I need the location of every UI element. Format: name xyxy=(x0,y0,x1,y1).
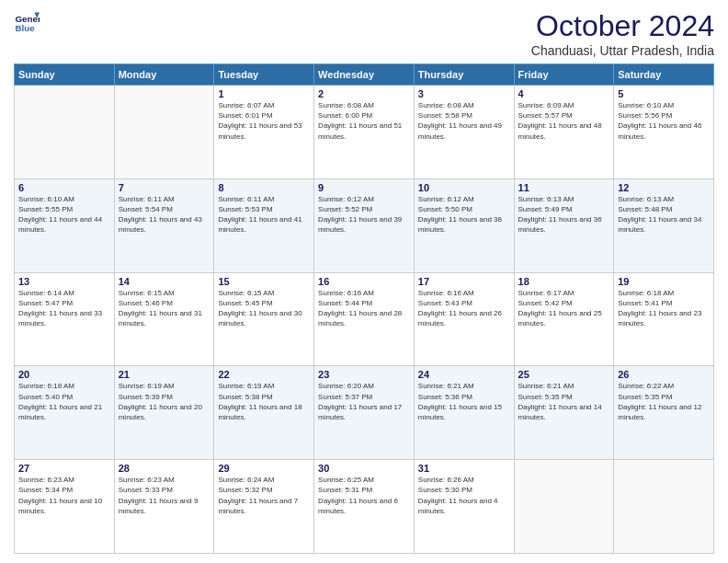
day-number: 19 xyxy=(618,276,710,287)
calendar-cell: 26Sunrise: 6:22 AM Sunset: 5:35 PM Dayli… xyxy=(614,366,714,460)
header: General Blue October 2024 Chanduasi, Utt… xyxy=(14,9,714,58)
day-number: 3 xyxy=(418,88,510,99)
day-info: Sunrise: 6:12 AM Sunset: 5:50 PM Dayligh… xyxy=(418,194,510,236)
logo-icon: General Blue xyxy=(14,9,40,35)
day-info: Sunrise: 6:25 AM Sunset: 5:31 PM Dayligh… xyxy=(318,475,410,516)
calendar-cell: 16Sunrise: 6:16 AM Sunset: 5:44 PM Dayli… xyxy=(314,272,415,366)
day-info: Sunrise: 6:20 AM Sunset: 5:37 PM Dayligh… xyxy=(318,381,410,422)
calendar-cell xyxy=(614,460,714,554)
calendar-cell: 4Sunrise: 6:09 AM Sunset: 5:57 PM Daylig… xyxy=(514,86,614,179)
day-number: 1 xyxy=(218,88,310,99)
day-info: Sunrise: 6:15 AM Sunset: 5:45 PM Dayligh… xyxy=(218,288,310,329)
day-number: 4 xyxy=(518,88,610,99)
day-info: Sunrise: 6:19 AM Sunset: 5:38 PM Dayligh… xyxy=(218,381,310,422)
day-info: Sunrise: 6:19 AM Sunset: 5:39 PM Dayligh… xyxy=(119,381,210,422)
calendar-cell xyxy=(514,460,614,554)
calendar-cell: 21Sunrise: 6:19 AM Sunset: 5:39 PM Dayli… xyxy=(114,366,214,460)
calendar-week-4: 20Sunrise: 6:18 AM Sunset: 5:40 PM Dayli… xyxy=(15,366,714,460)
calendar-header-sunday: Sunday xyxy=(15,64,115,86)
calendar-cell: 8Sunrise: 6:11 AM Sunset: 5:53 PM Daylig… xyxy=(214,178,314,272)
day-number: 6 xyxy=(18,182,110,193)
location-subtitle: Chanduasi, Uttar Pradesh, India xyxy=(531,43,714,58)
day-info: Sunrise: 6:16 AM Sunset: 5:43 PM Dayligh… xyxy=(418,288,510,329)
title-section: October 2024 Chanduasi, Uttar Pradesh, I… xyxy=(531,9,714,58)
calendar-cell: 2Sunrise: 6:08 AM Sunset: 6:00 PM Daylig… xyxy=(314,86,415,179)
day-info: Sunrise: 6:13 AM Sunset: 5:48 PM Dayligh… xyxy=(618,194,710,236)
day-number: 29 xyxy=(218,463,310,474)
day-number: 26 xyxy=(618,369,710,380)
calendar-header-thursday: Thursday xyxy=(414,64,514,86)
day-info: Sunrise: 6:08 AM Sunset: 5:58 PM Dayligh… xyxy=(418,100,510,142)
day-number: 9 xyxy=(318,182,410,193)
day-number: 17 xyxy=(418,276,510,287)
day-info: Sunrise: 6:09 AM Sunset: 5:57 PM Dayligh… xyxy=(518,100,610,142)
day-number: 2 xyxy=(318,88,410,99)
day-info: Sunrise: 6:22 AM Sunset: 5:35 PM Dayligh… xyxy=(618,381,710,422)
day-info: Sunrise: 6:11 AM Sunset: 5:53 PM Dayligh… xyxy=(218,194,310,236)
day-info: Sunrise: 6:08 AM Sunset: 6:00 PM Dayligh… xyxy=(318,100,410,142)
day-info: Sunrise: 6:23 AM Sunset: 5:34 PM Dayligh… xyxy=(18,475,110,516)
calendar-cell: 27Sunrise: 6:23 AM Sunset: 5:34 PM Dayli… xyxy=(15,460,115,554)
day-number: 18 xyxy=(518,276,610,287)
svg-text:Blue: Blue xyxy=(15,23,35,33)
calendar-cell: 28Sunrise: 6:23 AM Sunset: 5:33 PM Dayli… xyxy=(114,460,214,554)
calendar-header-monday: Monday xyxy=(114,64,214,86)
day-info: Sunrise: 6:13 AM Sunset: 5:49 PM Dayligh… xyxy=(518,194,610,236)
day-info: Sunrise: 6:21 AM Sunset: 5:36 PM Dayligh… xyxy=(418,381,510,422)
calendar-cell: 24Sunrise: 6:21 AM Sunset: 5:36 PM Dayli… xyxy=(414,366,514,460)
calendar-cell xyxy=(114,86,214,179)
day-number: 13 xyxy=(18,276,110,287)
calendar-cell: 31Sunrise: 6:26 AM Sunset: 5:30 PM Dayli… xyxy=(414,460,514,554)
page: General Blue October 2024 Chanduasi, Utt… xyxy=(0,0,728,563)
calendar-cell: 14Sunrise: 6:15 AM Sunset: 5:46 PM Dayli… xyxy=(114,272,214,366)
calendar-cell: 19Sunrise: 6:18 AM Sunset: 5:41 PM Dayli… xyxy=(614,272,714,366)
day-number: 12 xyxy=(618,182,710,193)
day-number: 23 xyxy=(318,369,410,380)
day-info: Sunrise: 6:24 AM Sunset: 5:32 PM Dayligh… xyxy=(218,475,310,516)
day-info: Sunrise: 6:16 AM Sunset: 5:44 PM Dayligh… xyxy=(318,288,410,329)
day-number: 16 xyxy=(318,276,410,287)
day-info: Sunrise: 6:18 AM Sunset: 5:41 PM Dayligh… xyxy=(618,288,710,329)
day-info: Sunrise: 6:18 AM Sunset: 5:40 PM Dayligh… xyxy=(18,381,110,422)
calendar-cell: 12Sunrise: 6:13 AM Sunset: 5:48 PM Dayli… xyxy=(614,178,714,272)
calendar-cell: 13Sunrise: 6:14 AM Sunset: 5:47 PM Dayli… xyxy=(15,272,115,366)
day-info: Sunrise: 6:10 AM Sunset: 5:55 PM Dayligh… xyxy=(18,194,110,236)
day-number: 30 xyxy=(318,463,410,474)
day-info: Sunrise: 6:21 AM Sunset: 5:35 PM Dayligh… xyxy=(518,381,610,422)
calendar-header-wednesday: Wednesday xyxy=(314,64,415,86)
calendar-week-1: 1Sunrise: 6:07 AM Sunset: 6:01 PM Daylig… xyxy=(15,86,714,179)
calendar-cell: 1Sunrise: 6:07 AM Sunset: 6:01 PM Daylig… xyxy=(214,86,314,179)
day-number: 5 xyxy=(618,88,710,99)
month-title: October 2024 xyxy=(531,9,714,43)
day-info: Sunrise: 6:07 AM Sunset: 6:01 PM Dayligh… xyxy=(218,100,310,142)
day-number: 21 xyxy=(119,369,210,380)
calendar-cell: 22Sunrise: 6:19 AM Sunset: 5:38 PM Dayli… xyxy=(214,366,314,460)
day-number: 27 xyxy=(18,463,110,474)
day-number: 20 xyxy=(18,369,110,380)
logo: General Blue xyxy=(14,9,40,35)
calendar-cell: 25Sunrise: 6:21 AM Sunset: 5:35 PM Dayli… xyxy=(514,366,614,460)
calendar-cell xyxy=(15,86,115,179)
calendar-cell: 18Sunrise: 6:17 AM Sunset: 5:42 PM Dayli… xyxy=(514,272,614,366)
day-number: 10 xyxy=(418,182,510,193)
calendar-cell: 17Sunrise: 6:16 AM Sunset: 5:43 PM Dayli… xyxy=(414,272,514,366)
calendar-table: SundayMondayTuesdayWednesdayThursdayFrid… xyxy=(14,63,714,554)
day-number: 15 xyxy=(218,276,310,287)
day-info: Sunrise: 6:26 AM Sunset: 5:30 PM Dayligh… xyxy=(418,475,510,516)
calendar-cell: 20Sunrise: 6:18 AM Sunset: 5:40 PM Dayli… xyxy=(15,366,115,460)
day-number: 28 xyxy=(119,463,210,474)
calendar-cell: 6Sunrise: 6:10 AM Sunset: 5:55 PM Daylig… xyxy=(15,178,115,272)
day-number: 22 xyxy=(218,369,310,380)
day-info: Sunrise: 6:15 AM Sunset: 5:46 PM Dayligh… xyxy=(119,288,210,329)
calendar-cell: 30Sunrise: 6:25 AM Sunset: 5:31 PM Dayli… xyxy=(314,460,415,554)
calendar-header-row: SundayMondayTuesdayWednesdayThursdayFrid… xyxy=(15,64,714,86)
day-info: Sunrise: 6:11 AM Sunset: 5:54 PM Dayligh… xyxy=(119,194,210,236)
calendar-cell: 5Sunrise: 6:10 AM Sunset: 5:56 PM Daylig… xyxy=(614,86,714,179)
day-info: Sunrise: 6:14 AM Sunset: 5:47 PM Dayligh… xyxy=(18,288,110,329)
calendar-week-3: 13Sunrise: 6:14 AM Sunset: 5:47 PM Dayli… xyxy=(15,272,714,366)
calendar-cell: 11Sunrise: 6:13 AM Sunset: 5:49 PM Dayli… xyxy=(514,178,614,272)
calendar-cell: 10Sunrise: 6:12 AM Sunset: 5:50 PM Dayli… xyxy=(414,178,514,272)
day-number: 24 xyxy=(418,369,510,380)
calendar-cell: 15Sunrise: 6:15 AM Sunset: 5:45 PM Dayli… xyxy=(214,272,314,366)
calendar-cell: 23Sunrise: 6:20 AM Sunset: 5:37 PM Dayli… xyxy=(314,366,415,460)
